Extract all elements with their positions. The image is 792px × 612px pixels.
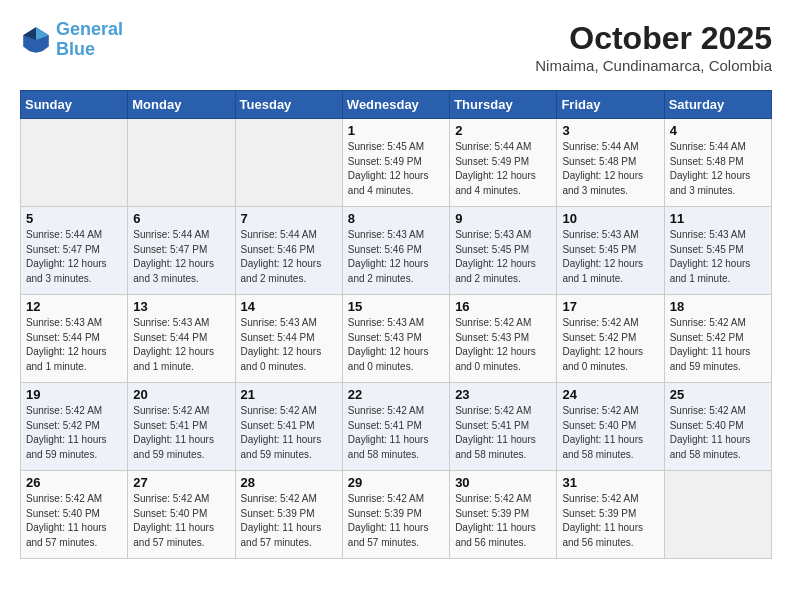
calendar-header: SundayMondayTuesdayWednesdayThursdayFrid… (21, 91, 772, 119)
day-number: 8 (348, 211, 444, 226)
calendar-cell: 15Sunrise: 5:43 AMSunset: 5:43 PMDayligh… (342, 295, 449, 383)
title-block: October 2025 Nimaima, Cundinamarca, Colo… (535, 20, 772, 74)
calendar-cell: 16Sunrise: 5:42 AMSunset: 5:43 PMDayligh… (450, 295, 557, 383)
day-info: Sunrise: 5:43 AMSunset: 5:45 PMDaylight:… (670, 228, 766, 286)
weekday-header: Monday (128, 91, 235, 119)
day-info: Sunrise: 5:44 AMSunset: 5:47 PMDaylight:… (26, 228, 122, 286)
calendar-cell: 25Sunrise: 5:42 AMSunset: 5:40 PMDayligh… (664, 383, 771, 471)
day-number: 7 (241, 211, 337, 226)
weekday-header: Sunday (21, 91, 128, 119)
day-number: 9 (455, 211, 551, 226)
calendar-body: 1Sunrise: 5:45 AMSunset: 5:49 PMDaylight… (21, 119, 772, 559)
day-info: Sunrise: 5:44 AMSunset: 5:49 PMDaylight:… (455, 140, 551, 198)
day-number: 1 (348, 123, 444, 138)
calendar-cell: 27Sunrise: 5:42 AMSunset: 5:40 PMDayligh… (128, 471, 235, 559)
day-info: Sunrise: 5:42 AMSunset: 5:40 PMDaylight:… (562, 404, 658, 462)
day-info: Sunrise: 5:42 AMSunset: 5:41 PMDaylight:… (348, 404, 444, 462)
day-info: Sunrise: 5:43 AMSunset: 5:43 PMDaylight:… (348, 316, 444, 374)
day-info: Sunrise: 5:42 AMSunset: 5:40 PMDaylight:… (133, 492, 229, 550)
day-number: 16 (455, 299, 551, 314)
day-number: 20 (133, 387, 229, 402)
day-info: Sunrise: 5:43 AMSunset: 5:45 PMDaylight:… (562, 228, 658, 286)
day-info: Sunrise: 5:43 AMSunset: 5:44 PMDaylight:… (26, 316, 122, 374)
calendar-cell: 9Sunrise: 5:43 AMSunset: 5:45 PMDaylight… (450, 207, 557, 295)
weekday-header: Saturday (664, 91, 771, 119)
day-number: 4 (670, 123, 766, 138)
day-info: Sunrise: 5:42 AMSunset: 5:40 PMDaylight:… (670, 404, 766, 462)
calendar-cell: 4Sunrise: 5:44 AMSunset: 5:48 PMDaylight… (664, 119, 771, 207)
day-number: 21 (241, 387, 337, 402)
day-number: 14 (241, 299, 337, 314)
calendar-cell: 11Sunrise: 5:43 AMSunset: 5:45 PMDayligh… (664, 207, 771, 295)
day-info: Sunrise: 5:42 AMSunset: 5:41 PMDaylight:… (133, 404, 229, 462)
calendar-cell: 13Sunrise: 5:43 AMSunset: 5:44 PMDayligh… (128, 295, 235, 383)
logo-text: General Blue (56, 20, 123, 60)
day-info: Sunrise: 5:43 AMSunset: 5:45 PMDaylight:… (455, 228, 551, 286)
day-number: 11 (670, 211, 766, 226)
calendar-cell: 7Sunrise: 5:44 AMSunset: 5:46 PMDaylight… (235, 207, 342, 295)
day-info: Sunrise: 5:45 AMSunset: 5:49 PMDaylight:… (348, 140, 444, 198)
month-title: October 2025 (535, 20, 772, 57)
weekday-header: Tuesday (235, 91, 342, 119)
calendar-cell (664, 471, 771, 559)
day-number: 25 (670, 387, 766, 402)
calendar-cell (235, 119, 342, 207)
day-info: Sunrise: 5:42 AMSunset: 5:42 PMDaylight:… (26, 404, 122, 462)
day-info: Sunrise: 5:42 AMSunset: 5:42 PMDaylight:… (670, 316, 766, 374)
day-info: Sunrise: 5:42 AMSunset: 5:39 PMDaylight:… (455, 492, 551, 550)
calendar-cell: 31Sunrise: 5:42 AMSunset: 5:39 PMDayligh… (557, 471, 664, 559)
day-info: Sunrise: 5:43 AMSunset: 5:44 PMDaylight:… (241, 316, 337, 374)
day-info: Sunrise: 5:42 AMSunset: 5:40 PMDaylight:… (26, 492, 122, 550)
day-number: 12 (26, 299, 122, 314)
calendar-cell: 3Sunrise: 5:44 AMSunset: 5:48 PMDaylight… (557, 119, 664, 207)
calendar-cell: 24Sunrise: 5:42 AMSunset: 5:40 PMDayligh… (557, 383, 664, 471)
day-number: 18 (670, 299, 766, 314)
logo: General Blue (20, 20, 123, 60)
day-number: 3 (562, 123, 658, 138)
day-info: Sunrise: 5:42 AMSunset: 5:39 PMDaylight:… (241, 492, 337, 550)
day-info: Sunrise: 5:43 AMSunset: 5:46 PMDaylight:… (348, 228, 444, 286)
day-number: 31 (562, 475, 658, 490)
day-number: 5 (26, 211, 122, 226)
calendar-cell: 2Sunrise: 5:44 AMSunset: 5:49 PMDaylight… (450, 119, 557, 207)
calendar-cell: 18Sunrise: 5:42 AMSunset: 5:42 PMDayligh… (664, 295, 771, 383)
location-subtitle: Nimaima, Cundinamarca, Colombia (535, 57, 772, 74)
weekday-header: Wednesday (342, 91, 449, 119)
calendar-cell (21, 119, 128, 207)
day-info: Sunrise: 5:42 AMSunset: 5:43 PMDaylight:… (455, 316, 551, 374)
day-info: Sunrise: 5:44 AMSunset: 5:48 PMDaylight:… (670, 140, 766, 198)
calendar-cell: 23Sunrise: 5:42 AMSunset: 5:41 PMDayligh… (450, 383, 557, 471)
day-number: 15 (348, 299, 444, 314)
day-info: Sunrise: 5:42 AMSunset: 5:39 PMDaylight:… (562, 492, 658, 550)
day-number: 30 (455, 475, 551, 490)
day-info: Sunrise: 5:42 AMSunset: 5:41 PMDaylight:… (241, 404, 337, 462)
day-number: 10 (562, 211, 658, 226)
day-number: 22 (348, 387, 444, 402)
day-number: 28 (241, 475, 337, 490)
calendar-cell: 10Sunrise: 5:43 AMSunset: 5:45 PMDayligh… (557, 207, 664, 295)
calendar-cell: 14Sunrise: 5:43 AMSunset: 5:44 PMDayligh… (235, 295, 342, 383)
calendar-cell (128, 119, 235, 207)
logo-icon (20, 24, 52, 56)
day-number: 19 (26, 387, 122, 402)
weekday-header: Thursday (450, 91, 557, 119)
calendar-cell: 28Sunrise: 5:42 AMSunset: 5:39 PMDayligh… (235, 471, 342, 559)
day-number: 23 (455, 387, 551, 402)
day-number: 24 (562, 387, 658, 402)
calendar-cell: 21Sunrise: 5:42 AMSunset: 5:41 PMDayligh… (235, 383, 342, 471)
calendar-cell: 22Sunrise: 5:42 AMSunset: 5:41 PMDayligh… (342, 383, 449, 471)
day-info: Sunrise: 5:44 AMSunset: 5:47 PMDaylight:… (133, 228, 229, 286)
calendar-cell: 26Sunrise: 5:42 AMSunset: 5:40 PMDayligh… (21, 471, 128, 559)
day-number: 2 (455, 123, 551, 138)
calendar-cell: 20Sunrise: 5:42 AMSunset: 5:41 PMDayligh… (128, 383, 235, 471)
day-number: 27 (133, 475, 229, 490)
calendar-cell: 12Sunrise: 5:43 AMSunset: 5:44 PMDayligh… (21, 295, 128, 383)
calendar-cell: 5Sunrise: 5:44 AMSunset: 5:47 PMDaylight… (21, 207, 128, 295)
calendar-table: SundayMondayTuesdayWednesdayThursdayFrid… (20, 90, 772, 559)
day-info: Sunrise: 5:42 AMSunset: 5:41 PMDaylight:… (455, 404, 551, 462)
calendar-cell: 1Sunrise: 5:45 AMSunset: 5:49 PMDaylight… (342, 119, 449, 207)
calendar-cell: 29Sunrise: 5:42 AMSunset: 5:39 PMDayligh… (342, 471, 449, 559)
day-number: 29 (348, 475, 444, 490)
calendar-cell: 19Sunrise: 5:42 AMSunset: 5:42 PMDayligh… (21, 383, 128, 471)
day-number: 6 (133, 211, 229, 226)
